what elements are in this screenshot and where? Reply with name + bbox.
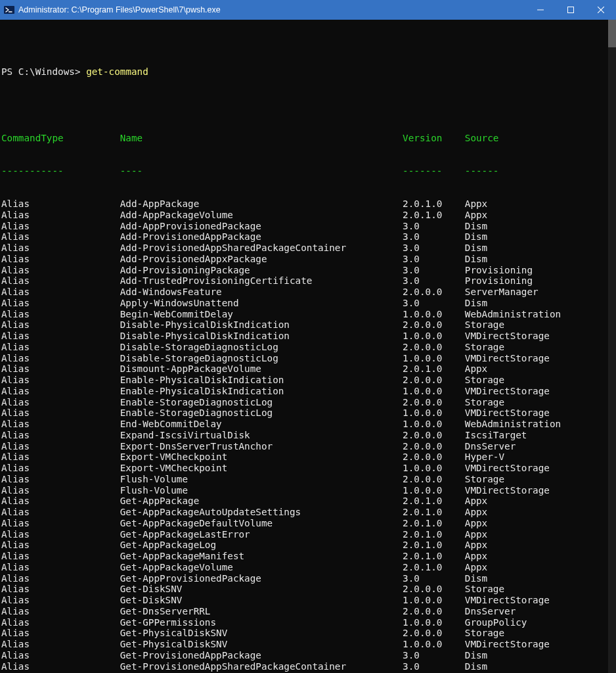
scrollbar-thumb[interactable] <box>608 20 616 47</box>
cell-version: 1.0.0.0 <box>403 407 465 419</box>
prompt-command: get-command <box>86 66 148 77</box>
table-row: AliasExport-DnsServerTrustAnchor2.0.0.0D… <box>1 441 616 452</box>
cell-version: 2.0.1.0 <box>403 529 465 540</box>
table-row: AliasGet-DiskSNV2.0.0.0Storage <box>1 584 616 595</box>
cell-source: Appx <box>465 540 487 551</box>
cell-name: Flush-Volume <box>120 474 403 485</box>
table-row: AliasEnable-PhysicalDiskIndication1.0.0.… <box>1 386 616 397</box>
cell-source: Storage <box>465 628 504 639</box>
cell-name: Enable-StorageDiagnosticLog <box>120 397 403 408</box>
cell-version: 2.0.0.0 <box>403 474 465 485</box>
scrollbar-track[interactable] <box>608 20 616 673</box>
minimize-button[interactable] <box>525 0 556 20</box>
cell-commandtype: Alias <box>1 231 120 243</box>
cell-commandtype: Alias <box>1 407 120 419</box>
cell-name: Get-AppPackageManifest <box>120 551 403 562</box>
titlebar-left: Administrator: C:\Program Files\PowerShe… <box>4 5 221 15</box>
cell-commandtype: Alias <box>1 562 120 573</box>
cell-name: Enable-PhysicalDiskIndication <box>120 386 403 397</box>
cell-version: 2.0.1.0 <box>403 198 465 210</box>
table-row: AliasAdd-ProvisionedAppPackage3.0Dism <box>1 231 616 243</box>
cell-version: 2.0.1.0 <box>403 507 465 518</box>
terminal[interactable]: PS C:\Windows> get-command CommandTypeNa… <box>0 20 616 673</box>
cell-commandtype: Alias <box>1 265 120 276</box>
cell-name: Get-ProvisionedAppPackage <box>120 650 403 661</box>
cell-version: 2.0.0.0 <box>403 375 465 386</box>
header-version: Version <box>403 133 465 144</box>
cell-source: DnsServer <box>465 441 516 452</box>
cell-name: Get-AppPackageAutoUpdateSettings <box>120 507 403 518</box>
cell-name: Get-AppPackageVolume <box>120 562 403 573</box>
cell-version: 2.0.0.0 <box>403 584 465 595</box>
cell-source: DnsServer <box>465 606 516 617</box>
table-row: AliasGet-DnsServerRRL2.0.0.0DnsServer <box>1 606 616 617</box>
cell-version: 2.0.0.0 <box>403 606 465 617</box>
cell-version: 2.0.0.0 <box>403 287 465 298</box>
cell-version: 1.0.0.0 <box>403 331 465 342</box>
svg-rect-0 <box>4 6 14 14</box>
cell-source: VMDirectStorage <box>465 639 550 650</box>
cell-name: Flush-Volume <box>120 485 403 496</box>
titlebar[interactable]: Administrator: C:\Program Files\PowerShe… <box>0 0 616 20</box>
cell-commandtype: Alias <box>1 551 120 562</box>
cell-name: Add-AppPackageVolume <box>120 210 403 221</box>
cell-version: 2.0.0.0 <box>403 452 465 463</box>
cell-name: Enable-PhysicalDiskIndication <box>120 375 403 386</box>
cell-name: Get-AppPackageLog <box>120 540 403 551</box>
cell-source: Provisioning <box>465 275 533 287</box>
cell-source: Dism <box>465 243 487 254</box>
cell-name: Get-PhysicalDiskSNV <box>120 628 403 639</box>
cell-version: 2.0.1.0 <box>403 518 465 529</box>
cell-commandtype: Alias <box>1 518 120 529</box>
cell-commandtype: Alias <box>1 540 120 551</box>
close-button[interactable] <box>586 0 616 20</box>
cell-version: 3.0 <box>403 275 465 287</box>
maximize-button[interactable] <box>556 0 586 20</box>
table-row: AliasFlush-Volume2.0.0.0Storage <box>1 474 616 485</box>
cell-source: Appx <box>465 496 487 507</box>
table-row: AliasExpand-IscsiVirtualDisk2.0.0.0Iscsi… <box>1 430 616 441</box>
svg-rect-3 <box>568 7 574 13</box>
cell-version: 3.0 <box>403 573 465 584</box>
cell-name: Get-AppPackageLastError <box>120 529 403 540</box>
table-row: AliasGet-AppPackageAutoUpdateSettings2.0… <box>1 507 616 518</box>
cell-version: 2.0.1.0 <box>403 540 465 551</box>
cell-source: Appx <box>465 198 487 210</box>
cell-source: Appx <box>465 507 487 518</box>
window-title: Administrator: C:\Program Files\PowerShe… <box>18 5 221 14</box>
prompt-prefix: PS C:\Windows> <box>1 66 86 77</box>
table-row: AliasDisable-StorageDiagnosticLog2.0.0.0… <box>1 342 616 353</box>
table-row: AliasBegin-WebCommitDelay1.0.0.0WebAdmin… <box>1 309 616 320</box>
cell-version: 2.0.0.0 <box>403 430 465 441</box>
cell-source: Storage <box>465 342 504 353</box>
cell-source: IscsiTarget <box>465 430 527 441</box>
cell-commandtype: Alias <box>1 221 120 232</box>
cell-source: VMDirectStorage <box>465 407 550 419</box>
cell-source: Appx <box>465 363 487 375</box>
cell-name: Get-DiskSNV <box>120 595 403 606</box>
table-row: AliasGet-AppPackageDefaultVolume2.0.1.0A… <box>1 518 616 529</box>
header-row: CommandTypeNameVersionSource <box>1 133 616 144</box>
table-row: AliasAdd-AppPackageVolume2.0.1.0Appx <box>1 210 616 221</box>
table-row: AliasEnable-StorageDiagnosticLog1.0.0.0V… <box>1 407 616 419</box>
prompt-line: PS C:\Windows> get-command <box>1 66 616 78</box>
cell-source: Dism <box>465 298 487 309</box>
cell-name: Add-ProvisionedAppSharedPackageContainer <box>120 243 403 254</box>
header-name: Name <box>120 133 403 144</box>
cell-commandtype: Alias <box>1 452 120 463</box>
cell-commandtype: Alias <box>1 198 120 210</box>
cell-commandtype: Alias <box>1 463 120 474</box>
cell-commandtype: Alias <box>1 573 120 584</box>
cell-source: VMDirectStorage <box>465 386 550 397</box>
cell-commandtype: Alias <box>1 496 120 507</box>
cell-source: Storage <box>465 319 504 331</box>
cell-version: 2.0.0.0 <box>403 441 465 452</box>
cell-name: Get-ProvisionedAppSharedPackageContainer <box>120 661 403 672</box>
cell-name: Get-GPPermissions <box>120 617 403 628</box>
cell-version: 3.0 <box>403 254 465 265</box>
cell-source: VMDirectStorage <box>465 353 550 364</box>
cell-commandtype: Alias <box>1 639 120 650</box>
cell-name: Disable-PhysicalDiskIndication <box>120 319 403 331</box>
cell-version: 2.0.0.0 <box>403 342 465 353</box>
cell-version: 3.0 <box>403 298 465 309</box>
